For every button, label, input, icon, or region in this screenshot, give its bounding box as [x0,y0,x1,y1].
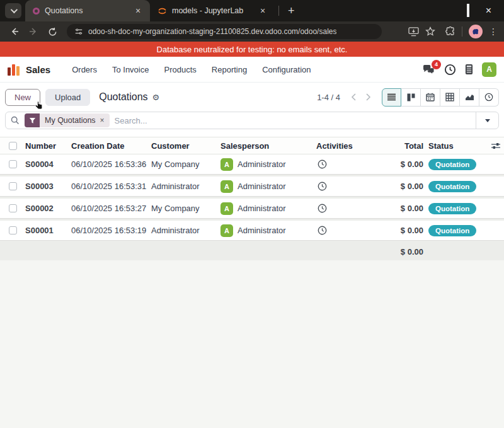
browser-tab-jupyterlab[interactable]: models - JupyterLab × [150,0,275,21]
reload-button[interactable] [44,23,60,40]
search-bar[interactable]: My Quotations × Search... [5,112,499,129]
extensions-button[interactable] [445,26,455,37]
window-maximize-button[interactable] [467,5,469,16]
install-app-button[interactable] [408,27,419,37]
banner-text: Database neutralized for testing: no ema… [157,45,348,54]
cell-total: $ 0.00 [353,159,423,169]
row-checkbox[interactable] [9,204,17,212]
table-body: S00004 06/10/2025 16:53:36 My Company A … [0,154,504,241]
tab-close-icon[interactable]: × [257,5,268,16]
search-facet-my-quotations[interactable]: My Quotations × [25,113,110,127]
upload-button[interactable]: Upload [45,89,90,106]
reload-icon [48,27,57,37]
footer-total: $ 0.00 [353,247,423,257]
table-header-row: Number Creation Date Customer Salesperso… [0,137,504,154]
cell-salesperson: Administrator [238,226,286,235]
column-header-activities[interactable]: Activities [310,141,353,151]
table-row[interactable]: S00004 06/10/2025 16:53:36 My Company A … [0,154,504,175]
back-button[interactable] [6,23,23,40]
forward-arrow-icon [28,26,38,37]
view-activity-button[interactable] [479,88,499,107]
user-avatar[interactable]: A [482,62,496,77]
star-icon [425,26,435,37]
view-pivot-button[interactable] [440,88,460,107]
window-close-button[interactable]: × [486,6,491,16]
activity-clock-button[interactable] [310,204,353,213]
view-list-button[interactable] [382,88,401,107]
debug-tools-button[interactable] [465,64,473,75]
quotations-list: Number Creation Date Customer Salesperso… [0,137,504,260]
optional-columns-button[interactable] [491,142,504,149]
cell-salesperson: Administrator [238,159,286,169]
menu-reporting[interactable]: Reporting [204,57,255,83]
activity-clock-icon [318,159,327,169]
row-checkbox[interactable] [9,182,17,190]
cell-total: $ 0.00 [353,182,423,191]
site-info-icon [74,27,83,36]
sales-app-icon[interactable] [8,63,20,76]
menu-configuration[interactable]: Configuration [255,57,318,83]
odoo-navbar: Sales Orders To Invoice Products Reporti… [0,57,504,83]
new-tab-button[interactable]: + [283,4,300,18]
column-header-total[interactable]: Total [353,141,423,151]
row-checkbox[interactable] [9,160,17,168]
salesperson-avatar: A [220,224,233,237]
row-checkbox[interactable] [9,226,17,234]
chevron-right-icon [365,93,371,101]
browser-menu-button[interactable]: ⋮ [489,30,498,33]
search-dropdown-toggle[interactable] [476,112,498,129]
tab-separator [278,6,279,16]
forward-button[interactable] [25,23,42,40]
cell-total: $ 0.00 [353,204,423,213]
tab-title: models - JupyterLab [172,6,252,15]
facet-remove-icon[interactable]: × [100,116,105,125]
gear-icon[interactable]: ⚙ [152,93,160,102]
activity-clock-button[interactable] [310,226,353,235]
activity-clock-icon [318,204,327,213]
column-header-number[interactable]: Number [25,141,71,151]
install-icon [408,27,419,37]
view-graph-button[interactable] [460,88,479,107]
select-all-checkbox[interactable] [9,142,17,150]
address-bar[interactable]: odoo-sh-doc-my-organization-staging-2110… [67,24,382,39]
view-calendar-button[interactable] [421,88,440,107]
view-kanban-button[interactable] [401,88,421,107]
column-header-creation-date[interactable]: Creation Date [71,141,151,151]
activity-clock-icon [318,182,327,191]
app-name[interactable]: Sales [26,64,50,75]
cell-customer: My Company [151,159,220,169]
tab-close-icon[interactable]: × [132,5,144,16]
table-footer-row: $ 0.00 [0,243,504,260]
table-row[interactable]: S00001 06/10/2025 16:53:19 Administrator… [0,221,504,241]
browser-tab-quotations[interactable]: Quotations × [25,0,150,21]
column-header-customer[interactable]: Customer [151,141,220,151]
browser-profile-avatar[interactable] [469,25,483,38]
activity-clock-button[interactable] [310,159,353,169]
clock-icon [444,64,456,76]
filter-funnel-icon [25,113,40,127]
bookmark-button[interactable] [425,26,435,37]
menu-to-invoice[interactable]: To Invoice [105,57,157,83]
table-row[interactable]: S00003 06/10/2025 16:53:31 Administrator… [0,176,504,197]
new-button[interactable]: New [5,89,40,106]
adjust-columns-icon [491,142,500,149]
maximize-icon [467,4,469,17]
column-header-status[interactable]: Status [423,141,491,151]
graph-view-icon [465,93,474,101]
menu-orders[interactable]: Orders [64,57,105,83]
pager-next-button[interactable] [361,93,375,101]
menu-products[interactable]: Products [156,57,203,83]
profile-art [471,27,480,36]
activity-clock-button[interactable] [310,182,353,191]
pager-previous-button[interactable] [346,93,361,101]
new-button-label: New [14,93,31,102]
neutralized-banner: Database neutralized for testing: no ema… [0,42,504,57]
column-header-salesperson[interactable]: Salesperson [220,141,310,151]
table-row[interactable]: S00002 06/10/2025 16:53:27 My Company A … [0,199,504,219]
salesperson-avatar: A [220,202,233,215]
messages-button[interactable]: 4 [422,64,435,75]
activities-button[interactable] [444,64,456,76]
search-input[interactable]: Search... [115,116,147,125]
back-arrow-icon [9,26,20,37]
tab-search-button[interactable] [5,3,21,18]
